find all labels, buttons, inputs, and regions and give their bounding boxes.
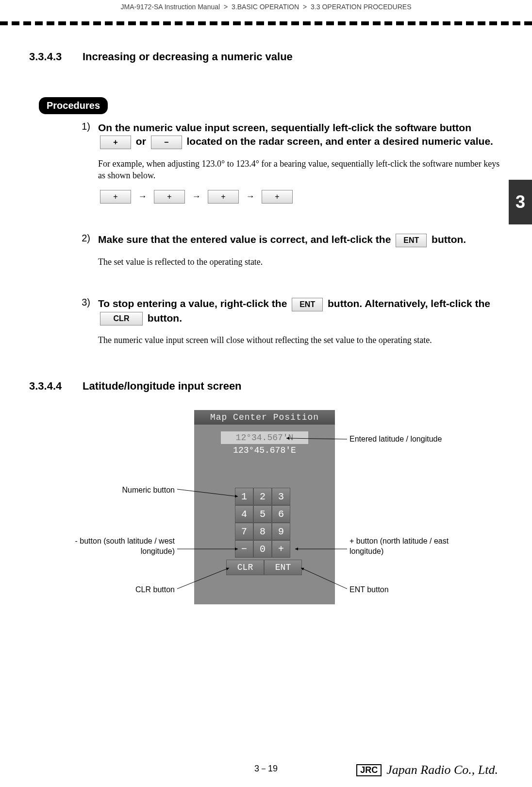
breadcrumb-a: JMA-9172-SA Instruction Manual bbox=[120, 3, 220, 11]
chapter-tab: 3 bbox=[509, 180, 532, 224]
latitude-value[interactable]: 12°34.567'N bbox=[221, 431, 308, 444]
key-0[interactable]: 0 bbox=[253, 540, 272, 558]
minus-button[interactable]: − bbox=[151, 136, 182, 149]
breadcrumb-sep: > bbox=[303, 3, 307, 11]
ent-button[interactable]: ENT bbox=[396, 234, 427, 247]
callout-numeric-button: Numeric button bbox=[92, 485, 175, 496]
arrow-icon: → bbox=[138, 191, 147, 201]
key-4[interactable]: 4 bbox=[235, 505, 253, 523]
section-title: Increasing or decreasing a numeric value bbox=[83, 51, 503, 63]
key-8[interactable]: 8 bbox=[253, 523, 272, 540]
key-6[interactable]: 6 bbox=[272, 505, 290, 523]
step1-para: For example, when adjusting 123.0° to 12… bbox=[98, 158, 503, 182]
step2-lead: Make sure that the entered value is corr… bbox=[98, 233, 503, 247]
key-7[interactable]: 7 bbox=[235, 523, 253, 540]
numeric-keypad: 1 2 3 4 5 6 7 8 9 − 0 + bbox=[235, 488, 294, 558]
jrc-logo: JRC Japan Radio Co., Ltd. bbox=[356, 763, 498, 777]
plus-button[interactable]: + bbox=[100, 136, 131, 149]
procedures-label: Procedures bbox=[39, 97, 108, 114]
jrc-script: Japan Radio Co., Ltd. bbox=[386, 763, 498, 777]
breadcrumb: JMA-9172-SA Instruction Manual > 3.BASIC… bbox=[29, 0, 503, 11]
plus-button[interactable]: + bbox=[100, 190, 131, 204]
callout-ent-button: ENT button bbox=[349, 585, 427, 595]
section-heading-3344: 3.3.4.4 Latitude/longitude input screen bbox=[29, 380, 503, 393]
step-number: 1) bbox=[63, 121, 98, 204]
key-minus[interactable]: − bbox=[235, 540, 253, 558]
breadcrumb-sep: > bbox=[224, 3, 228, 11]
ent-button[interactable]: ENT bbox=[292, 298, 323, 311]
breadcrumb-b: 3.BASIC OPERATION bbox=[232, 3, 299, 11]
clr-button[interactable]: CLR bbox=[100, 312, 143, 325]
section-number: 3.3.4.3 bbox=[29, 51, 83, 63]
key-5[interactable]: 5 bbox=[253, 505, 272, 523]
step2-para: The set value is reflected to the operat… bbox=[98, 256, 503, 268]
arrow-icon: → bbox=[246, 191, 255, 201]
keypad-clr-button[interactable]: CLR bbox=[226, 560, 264, 575]
key-2[interactable]: 2 bbox=[253, 488, 272, 505]
step3-lead: To stop entering a value, right-click th… bbox=[98, 297, 503, 325]
section-heading-3343: 3.3.4.3 Increasing or decreasing a numer… bbox=[29, 51, 503, 63]
step1-sequence: + → + → + → + bbox=[98, 190, 503, 204]
longitude-value[interactable]: 123°45.678'E bbox=[221, 444, 308, 457]
lat-lon-figure: Map Center Position 12°34.567'N 123°45.6… bbox=[29, 410, 503, 643]
key-3[interactable]: 3 bbox=[272, 488, 290, 505]
step-number: 2) bbox=[63, 233, 98, 268]
callout-entered-latlon: Entered latitude / longitude bbox=[349, 434, 447, 445]
jrc-box: JRC bbox=[356, 764, 382, 776]
section-title: Latitude/longitude input screen bbox=[83, 380, 503, 393]
lat-lon-display: 12°34.567'N 123°45.678'E bbox=[221, 431, 308, 457]
plus-button[interactable]: + bbox=[262, 190, 293, 204]
lat-lon-input-panel: Map Center Position 12°34.567'N 123°45.6… bbox=[194, 410, 335, 604]
callout-clr-button: CLR button bbox=[116, 585, 175, 595]
key-1[interactable]: 1 bbox=[235, 488, 253, 505]
key-9[interactable]: 9 bbox=[272, 523, 290, 540]
plus-button[interactable]: + bbox=[208, 190, 239, 204]
keypad-ent-button[interactable]: ENT bbox=[264, 560, 302, 575]
step3-para: The numeric value input screen will clos… bbox=[98, 334, 503, 346]
step-number: 3) bbox=[63, 297, 98, 346]
callout-minus-button: - button (south latitude / west longitud… bbox=[58, 536, 175, 557]
key-plus[interactable]: + bbox=[272, 540, 290, 558]
step1-lead: On the numeric value input screen, seque… bbox=[98, 121, 503, 149]
section-number: 3.3.4.4 bbox=[29, 380, 83, 393]
breadcrumb-c: 3.3 OPERATION PROCEDURES bbox=[311, 3, 411, 11]
dashed-divider bbox=[0, 17, 532, 30]
panel-title: Map Center Position bbox=[194, 410, 335, 425]
arrow-icon: → bbox=[192, 191, 201, 201]
callout-plus-button: + button (north latitude / east longitud… bbox=[349, 536, 466, 557]
plus-button[interactable]: + bbox=[154, 190, 185, 204]
